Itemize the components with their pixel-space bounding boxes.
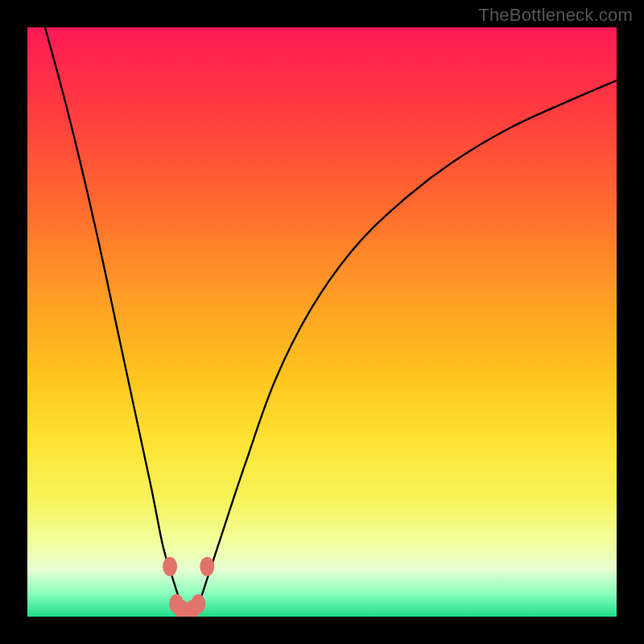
bottleneck-chart <box>27 27 617 617</box>
watermark-label: TheBottleneck.com <box>478 5 633 26</box>
curve-markers <box>163 557 214 617</box>
curve-marker <box>200 557 214 576</box>
bottleneck-curve-line <box>45 27 617 611</box>
plot-area <box>27 27 617 617</box>
curve-marker <box>191 594 205 613</box>
chart-frame: TheBottleneck.com <box>0 0 644 644</box>
curve-marker <box>163 557 177 576</box>
